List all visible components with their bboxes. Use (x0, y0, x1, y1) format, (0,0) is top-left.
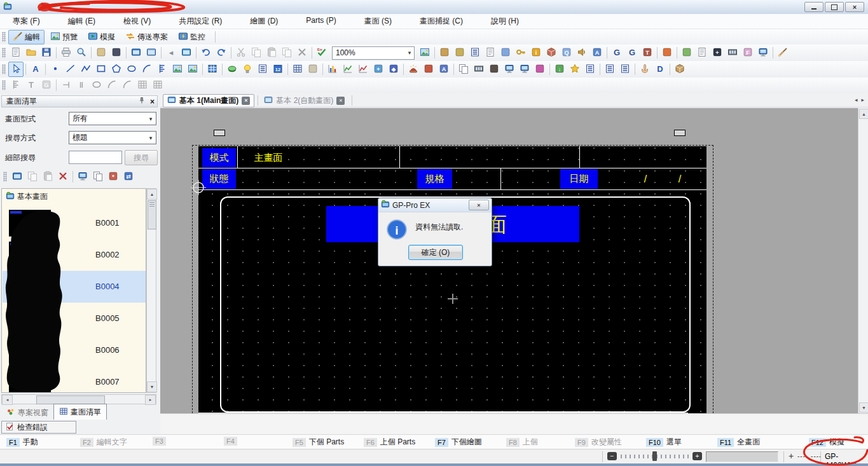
scroll-down-icon[interactable]: ▼ (859, 402, 868, 413)
pin-icon[interactable] (138, 96, 146, 107)
light-parts-button[interactable] (486, 62, 502, 77)
previous-screen-button[interactable]: ◂ (163, 45, 179, 60)
polygon-button[interactable] (109, 62, 124, 77)
line-button[interactable] (63, 62, 78, 77)
movie-player-button[interactable] (471, 62, 486, 77)
system-settings-list-button[interactable] (467, 45, 483, 60)
search-mode-select[interactable]: 標題 ▾ (69, 131, 156, 144)
canvas-vscrollbar[interactable]: ▲ ▼ (858, 108, 868, 413)
print-preview-button[interactable] (74, 45, 89, 60)
keypad-button[interactable] (290, 62, 305, 77)
tree-root-base-screens[interactable]: 基本畫面 (6, 191, 48, 202)
image-button[interactable] (170, 62, 185, 77)
scrollbar-thumb[interactable] (36, 395, 105, 404)
detail-search-input[interactable] (69, 151, 122, 164)
arc-pie-button[interactable] (139, 62, 155, 77)
new-screen-button[interactable] (128, 45, 144, 60)
panel-close-icon[interactable]: × (150, 97, 155, 106)
menu-item-9[interactable]: 說明 (H) (482, 14, 528, 29)
menu-item-6[interactable]: Parts (P) (297, 14, 345, 29)
zoom-out-button[interactable]: − (607, 452, 617, 460)
open-project-button[interactable] (24, 45, 39, 60)
data-transfer-graph-button[interactable]: + (371, 62, 386, 77)
graph-monitor-button[interactable] (517, 62, 532, 77)
screen-list-item-B0001[interactable]: B0001 (3, 207, 146, 239)
rotation-handle-icon[interactable] (189, 179, 207, 196)
screen-list-item-B0007[interactable]: B0007 (3, 366, 146, 393)
fkey-f12[interactable]: F12模擬 (809, 437, 844, 448)
package-button[interactable] (672, 62, 687, 77)
sampling-button[interactable]: ◆ (386, 62, 401, 77)
menu-item-2[interactable]: 編輯 (E) (59, 14, 104, 29)
project-copy-button[interactable] (498, 45, 513, 60)
menu-item-5[interactable]: 繪圖 (D) (241, 14, 287, 29)
edit-button[interactable]: 編輯 (8, 30, 45, 45)
text-convert-button[interactable]: A (589, 45, 605, 60)
simulate-button[interactable]: 模擬 (83, 30, 120, 45)
selection-handle[interactable] (674, 130, 685, 136)
dialog-close-button[interactable]: × (469, 200, 489, 210)
clock-update-button[interactable]: T (640, 45, 655, 60)
fkey-f3[interactable]: F3 (153, 437, 166, 446)
transfer-send-button[interactable] (437, 45, 452, 60)
screen-list-hscrollbar[interactable]: ◂ ▸ (1, 394, 156, 404)
minimize-button[interactable] (804, 2, 823, 12)
screen-jump-button[interactable]: ⇄ (121, 169, 136, 184)
parts-palette2-button[interactable] (617, 62, 633, 77)
copy-screen-button[interactable] (144, 45, 159, 60)
dialog-title-bar[interactable]: GP-Pro EX × (378, 198, 492, 212)
tab-scroll-right-icon[interactable]: ▸ (861, 97, 864, 103)
selection-handle[interactable] (214, 130, 225, 136)
switch-button[interactable] (224, 62, 240, 77)
xy-graph-button[interactable] (355, 62, 371, 77)
graph-button[interactable] (325, 62, 340, 77)
monitor-button[interactable]: 監控 (174, 30, 210, 45)
fkey-f11[interactable]: F11全畫面 (717, 437, 760, 448)
keypad-input-button[interactable] (305, 62, 320, 77)
scroll-left-icon[interactable]: ◂ (2, 395, 13, 405)
print-button[interactable] (59, 45, 74, 60)
tab-close-icon[interactable]: × (336, 97, 345, 105)
fkey-f8[interactable]: F8上個 (506, 437, 538, 448)
password-key-button[interactable] (513, 45, 528, 60)
screen-preview-button[interactable] (659, 45, 675, 60)
save-project-button[interactable] (39, 45, 54, 60)
menu-item-4[interactable]: 共用設定 (R) (170, 14, 231, 29)
date-time-display-button[interactable]: 12 (270, 62, 286, 77)
zoom-in-button[interactable]: + (692, 452, 702, 460)
new-screen-button[interactable] (10, 169, 25, 184)
screen-list-item-B0002[interactable]: B0002 (3, 239, 146, 271)
alarm-parts-button[interactable] (421, 62, 436, 77)
scroll-down-icon[interactable]: ▼ (147, 381, 157, 392)
search-button[interactable]: 搜尋 (125, 150, 158, 165)
parts-list-button[interactable] (582, 62, 598, 77)
tab-close-icon[interactable]: × (242, 97, 250, 105)
parts-palette1-button[interactable] (602, 62, 617, 77)
fkey-f1[interactable]: F1手動 (6, 437, 38, 448)
preview-clock-button[interactable] (755, 45, 771, 60)
panel-tab-project-window[interactable]: 專案視窗 (1, 406, 53, 420)
screen-list-vscrollbar[interactable]: ▲ ▼ (146, 188, 156, 393)
hand-operation-button[interactable] (637, 62, 652, 77)
next-screen-button[interactable] (179, 45, 194, 60)
font-settings-button[interactable]: F (740, 45, 755, 60)
package-open-button[interactable] (93, 45, 109, 60)
close-button[interactable]: × (845, 2, 864, 12)
project-information-button[interactable] (679, 45, 694, 60)
rectangle-button[interactable] (93, 62, 109, 77)
compare-project-button[interactable]: Q (559, 45, 574, 60)
ok-button[interactable]: 確定 (O) (408, 245, 463, 260)
delete-screen-button[interactable] (55, 169, 71, 184)
zoom-slider-thumb[interactable] (652, 451, 657, 461)
fkey-f5[interactable]: F5下個 Parts (293, 437, 344, 448)
security-settings-button[interactable]: i (528, 45, 544, 60)
text-alarm-button[interactable]: A (436, 62, 451, 77)
historical-trend-graph-button[interactable] (340, 62, 355, 77)
type-filter-select[interactable]: 所有 ▾ (69, 112, 156, 125)
sound-button[interactable] (574, 45, 589, 60)
change-screen-attribute-button[interactable]: * (106, 169, 121, 184)
brush-tool-button[interactable] (775, 45, 790, 60)
select-cursor-button[interactable] (8, 62, 24, 77)
fkey-f6[interactable]: F6上個 Parts (364, 437, 415, 448)
transfer-save-button[interactable] (452, 45, 467, 60)
